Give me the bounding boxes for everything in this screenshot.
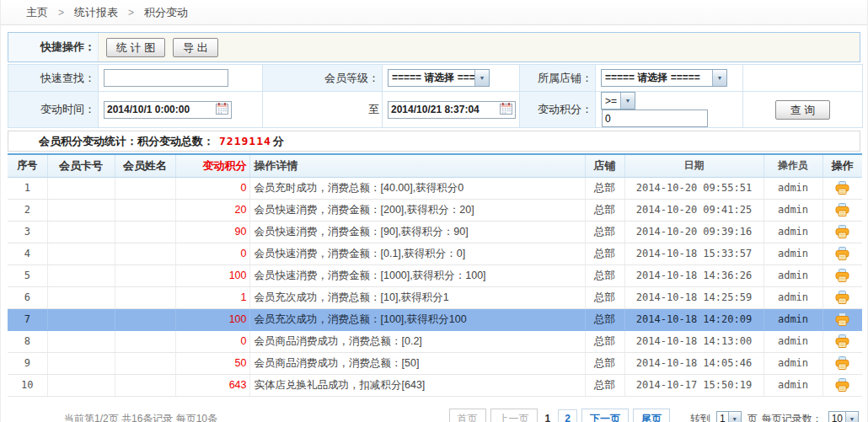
cell-member-name — [115, 264, 175, 286]
cell-index: 3 — [8, 221, 47, 243]
cell-operator: admin — [764, 264, 822, 286]
chevron-down-icon: ▼ — [845, 412, 858, 422]
cell-detail: 会员快速消费，消费金额：[0.1],获得积分：0] — [249, 243, 585, 264]
column-header: 店铺 — [585, 154, 624, 177]
table-row[interactable]: 61会员充次成功，消费总额：[10],获得积分1总部2014-10-18 14:… — [8, 286, 862, 308]
last-page-button[interactable]: 尾页 — [633, 409, 670, 422]
cell-index: 5 — [8, 264, 47, 286]
cell-operator: admin — [764, 221, 822, 243]
pagesize-select[interactable]: 10 ▼ — [828, 411, 859, 422]
column-header: 变动积分 — [175, 154, 249, 177]
member-level-select[interactable]: ===== 请选择 ===== ▼ — [388, 69, 490, 87]
table-row[interactable]: 80会员商品消费成功，消费总额：[0.2]总部2014-10-18 14:13:… — [8, 330, 862, 352]
calendar-icon[interactable] — [500, 103, 512, 115]
cell-date: 2014-10-20 09:55:51 — [624, 177, 764, 199]
cell-points-change: 100 — [175, 264, 249, 286]
breadcrumb-reports[interactable]: 统计报表 — [74, 5, 118, 20]
cell-operator: admin — [764, 374, 822, 396]
pagesize-label: 每页记录数： — [762, 412, 822, 422]
date-from-input[interactable]: 2014/10/1 0:00:00 — [104, 101, 232, 119]
cell-index: 7 — [8, 308, 47, 330]
print-button[interactable] — [835, 312, 849, 326]
cell-shop: 总部 — [585, 352, 624, 374]
query-button[interactable]: 查 询 — [775, 100, 831, 120]
table-row[interactable]: 220会员快速消费，消费金额：[200],获得积分：20]总部2014-10-2… — [8, 199, 862, 221]
next-page-button[interactable]: 下一页 — [581, 409, 629, 422]
print-button[interactable] — [835, 378, 849, 392]
shop-select[interactable]: ===== 请选择 ===== ▼ — [601, 69, 727, 87]
cell-shop: 总部 — [585, 264, 624, 286]
cell-detail: 会员快速消费，消费金额：[90],获得积分：90] — [249, 221, 585, 243]
print-button[interactable] — [835, 181, 849, 195]
cell-operator: admin — [764, 243, 822, 264]
cell-date: 2014-10-18 14:25:59 — [624, 286, 764, 308]
print-button[interactable] — [835, 225, 849, 238]
print-button[interactable] — [835, 291, 849, 304]
pagination-controls: 首页 上一页 1 2 下一页 尾页 转到 1 ▼ 页 每页记录数： 10 ▼ — [449, 409, 860, 422]
export-button[interactable]: 导 出 — [173, 38, 218, 57]
print-button[interactable] — [835, 247, 849, 260]
breadcrumb: 主页 > 统计报表 > 积分变动 — [1, 0, 867, 25]
print-button[interactable] — [835, 356, 849, 370]
table-row[interactable]: 10643实体店兑换礼品成功，扣减积分[643]总部2014-10-17 15:… — [8, 374, 862, 396]
column-header: 日期 — [624, 154, 764, 177]
cell-card-number — [47, 264, 115, 286]
print-button[interactable] — [835, 269, 849, 282]
points-change-report-page: 主页 > 统计报表 > 积分变动 快捷操作： 统 计 图 导 出 快速查找： 会… — [0, 0, 868, 422]
quick-search-label: 快速查找： — [8, 65, 99, 92]
date-to-value: 2014/10/21 8:37:04 — [391, 104, 480, 115]
date-from-calendar[interactable] — [216, 103, 228, 117]
printer-icon — [835, 334, 849, 348]
breadcrumb-separator: > — [128, 7, 134, 19]
print-button[interactable] — [835, 334, 849, 348]
column-header: 操作 — [822, 154, 862, 177]
pagination-bar: 当前第1/2页 共16条记录 每页10条 首页 上一页 1 2 下一页 尾页 转… — [1, 397, 867, 422]
cell-shop: 总部 — [585, 243, 624, 264]
column-header: 操作员 — [764, 154, 822, 177]
cell-index: 8 — [8, 330, 47, 352]
points-table-body: 10会员充时成功，消费总额：[40.00],获得积分0总部2014-10-20 … — [8, 177, 862, 396]
cell-actions — [822, 374, 862, 396]
print-button[interactable] — [835, 203, 849, 216]
goto-page-select[interactable]: 1 ▼ — [716, 411, 742, 422]
cell-points-change: 90 — [175, 221, 249, 243]
points-change-label: 变动积分： — [520, 92, 596, 128]
first-page-button[interactable]: 首页 — [449, 409, 486, 422]
cell-card-number — [47, 330, 115, 352]
cell-member-name — [115, 374, 175, 396]
cell-member-name — [115, 177, 175, 199]
cell-card-number — [47, 308, 115, 330]
cell-date: 2014-10-18 14:05:46 — [624, 352, 764, 374]
table-row[interactable]: 5100会员快速消费，消费金额：[1000],获得积分：100]总部2014-1… — [8, 264, 862, 286]
table-row[interactable]: 40会员快速消费，消费金额：[0.1],获得积分：0]总部2014-10-18 … — [8, 243, 862, 264]
table-row[interactable]: 950会员商品消费成功，消费总额：[50]总部2014-10-18 14:05:… — [8, 352, 862, 374]
printer-icon — [835, 203, 849, 216]
calendar-icon[interactable] — [216, 103, 228, 115]
table-row[interactable]: 7100会员充次成功，消费总额：[100],获得积分100总部2014-10-1… — [8, 308, 862, 330]
date-to-calendar[interactable] — [500, 103, 512, 117]
breadcrumb-home[interactable]: 主页 — [26, 5, 48, 20]
cell-member-name — [115, 352, 175, 374]
cell-date: 2014-10-20 09:39:16 — [624, 221, 764, 243]
cell-index: 1 — [8, 177, 47, 199]
cell-member-name — [115, 221, 175, 243]
points-operator-select[interactable]: >= ▼ — [601, 92, 635, 110]
page-2-button[interactable]: 2 — [558, 409, 577, 422]
cell-date: 2014-10-18 14:36:26 — [624, 264, 764, 286]
printer-icon — [835, 269, 849, 282]
quick-actions-label: 快捷操作： — [8, 33, 99, 61]
cell-index: 2 — [8, 199, 47, 221]
chevron-down-icon: ▼ — [474, 70, 489, 86]
prev-page-button[interactable]: 上一页 — [490, 409, 538, 422]
cell-shop: 总部 — [585, 286, 624, 308]
cell-shop: 总部 — [585, 177, 624, 199]
quick-search-input[interactable] — [104, 69, 228, 87]
chart-button[interactable]: 统 计 图 — [106, 38, 165, 57]
table-row[interactable]: 10会员充时成功，消费总额：[40.00],获得积分0总部2014-10-20 … — [8, 177, 862, 199]
date-to-input[interactable]: 2014/10/21 8:37:04 — [388, 101, 516, 119]
cell-shop: 总部 — [585, 308, 624, 330]
cell-actions — [822, 308, 862, 330]
table-row[interactable]: 390会员快速消费，消费金额：[90],获得积分：90]总部2014-10-20… — [8, 221, 862, 243]
points-value-input[interactable] — [602, 110, 708, 127]
column-header: 序号 — [8, 154, 47, 177]
